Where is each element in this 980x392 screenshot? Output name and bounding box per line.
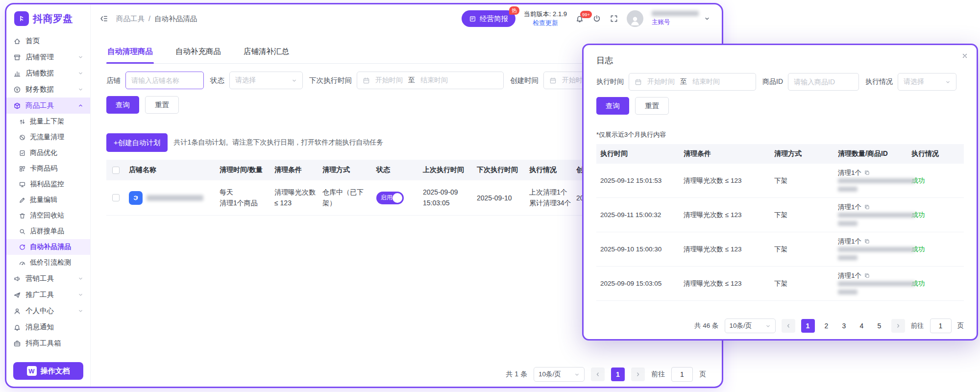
create-auto-plan-button[interactable]: +创建自动计划 bbox=[106, 133, 168, 152]
sidebar-subitem-batch-edit[interactable]: 批量编辑 bbox=[6, 192, 90, 208]
search-button[interactable]: 查询 bbox=[106, 96, 139, 114]
notification-count-badge: 99+ bbox=[580, 11, 592, 18]
sidebar-subitem-label: 批量上下架 bbox=[30, 117, 64, 126]
sidebar-subitem-empty-trash[interactable]: 清空回收站 bbox=[6, 208, 90, 223]
row-checkbox[interactable] bbox=[112, 194, 120, 201]
exec-result-select[interactable]: 请选择 bbox=[898, 73, 956, 91]
log-page-button-1[interactable]: 1 bbox=[801, 319, 815, 333]
sidebar-item-label: 店铺数据 bbox=[25, 69, 54, 78]
copy-icon[interactable] bbox=[864, 272, 870, 279]
tab-auto-clean-products[interactable]: 自动清理商品 bbox=[106, 42, 154, 63]
sidebar-item-label: 商品工具 bbox=[25, 101, 54, 110]
store-manage-icon bbox=[13, 53, 21, 61]
log-next-page-button[interactable] bbox=[891, 319, 905, 333]
sidebar-item-store-manage[interactable]: 店铺管理 bbox=[6, 49, 90, 65]
notifications-button[interactable]: 99+ bbox=[575, 14, 584, 23]
select-all-checkbox[interactable] bbox=[112, 167, 120, 174]
col-header-method: 清理方式 bbox=[318, 166, 372, 174]
copy-icon[interactable] bbox=[864, 238, 870, 245]
user-icon bbox=[629, 14, 641, 27]
exec-time-range[interactable]: 开始时间 至 结束时间 bbox=[629, 73, 756, 91]
avatar[interactable] bbox=[627, 10, 643, 27]
account-menu[interactable]: 主账号 bbox=[652, 11, 699, 26]
sidebar-subitem-auto-clean[interactable]: 自动补品清品 bbox=[6, 239, 90, 255]
copy-icon[interactable] bbox=[864, 170, 870, 176]
enable-toggle[interactable]: 启用 bbox=[376, 192, 404, 204]
log-page-size-value: 10条/页 bbox=[730, 321, 752, 330]
exec-result-line1: 上次清理1个 bbox=[529, 187, 570, 198]
version-label: 当前版本: 2.1.9 bbox=[524, 10, 567, 19]
sidebar-item-marketing-tools[interactable]: 营销工具 bbox=[6, 270, 90, 287]
breadcrumb-root[interactable]: 商品工具 bbox=[116, 14, 145, 24]
hot-badge: 热 bbox=[509, 6, 519, 15]
doc-icon: W bbox=[27, 366, 37, 376]
sidebar-item-home[interactable]: 首页 bbox=[6, 33, 90, 49]
chevron-right-icon bbox=[895, 323, 901, 329]
empty-trash-icon bbox=[19, 212, 26, 220]
collapse-sidebar-button[interactable] bbox=[99, 14, 108, 23]
notification-icon bbox=[13, 323, 21, 331]
log-reset-button[interactable]: 重置 bbox=[635, 97, 669, 115]
version-block: 当前版本: 2.1.9 检查更新 bbox=[524, 10, 567, 27]
sidebar-item-store-data[interactable]: 店铺数据 bbox=[6, 65, 90, 81]
sidebar-item-finance-data[interactable]: 财务数据 bbox=[6, 81, 90, 98]
next-exec-time-range[interactable]: 开始时间 至 结束时间 bbox=[357, 72, 504, 89]
user-center-icon bbox=[13, 307, 21, 315]
close-modal-button[interactable] bbox=[960, 51, 970, 61]
topbar-right: 经营简报 热 当前版本: 2.1.9 检查更新 99+ bbox=[462, 10, 710, 27]
log-page-button-3[interactable]: 3 bbox=[838, 319, 850, 333]
sidebar-item-product-tools[interactable]: 商品工具 bbox=[6, 98, 90, 114]
pagination: 共 1 条 10条/页 1 前往 页 bbox=[106, 367, 706, 382]
status-select[interactable]: 请选择 bbox=[229, 72, 303, 89]
sidebar-item-label: 消息通知 bbox=[25, 322, 54, 332]
chevron-down-icon[interactable] bbox=[704, 16, 710, 22]
operation-docs-button[interactable]: W 操作文档 bbox=[13, 362, 83, 380]
sidebar-subitem-label: 卡商品码 bbox=[30, 164, 57, 173]
exec-result-line2: 累计清理34个 bbox=[529, 198, 570, 209]
fullscreen-button[interactable] bbox=[610, 14, 618, 23]
sidebar-item-notifications[interactable]: 消息通知 bbox=[6, 319, 90, 335]
chevron-down-icon bbox=[78, 308, 83, 314]
reset-button[interactable]: 重置 bbox=[145, 96, 179, 114]
log-page-button-4[interactable]: 4 bbox=[856, 319, 868, 333]
copy-icon[interactable] bbox=[864, 204, 870, 210]
power-button[interactable] bbox=[592, 14, 601, 23]
product-id-input[interactable] bbox=[788, 73, 859, 91]
col-header-last-exec: 上次执行时间 bbox=[419, 166, 473, 174]
sidebar-subitem-welfare-monitor[interactable]: 福利品监控 bbox=[6, 176, 90, 192]
store-search-icon bbox=[19, 228, 26, 235]
sidebar-subitem-batch-updown[interactable]: 批量上下架 bbox=[6, 114, 90, 129]
sidebar-subitem-no-traffic-clean[interactable]: 无流量清理 bbox=[6, 129, 90, 145]
log-goto-page-input[interactable] bbox=[930, 318, 952, 333]
page-size-select[interactable]: 10条/页 bbox=[534, 367, 585, 382]
sidebar-item-user-center[interactable]: 个人中心 bbox=[6, 303, 90, 319]
log-page-size-select[interactable]: 10条/页 bbox=[725, 318, 776, 333]
prev-page-button[interactable] bbox=[591, 368, 605, 381]
log-page-button-2[interactable]: 2 bbox=[821, 319, 833, 333]
check-update-link[interactable]: 检查更新 bbox=[524, 19, 567, 27]
report-icon bbox=[469, 15, 476, 23]
batch-updown-icon bbox=[19, 118, 26, 125]
sidebar-subitem-product-code[interactable]: 卡商品码 bbox=[6, 161, 90, 176]
sidebar-item-promotion-tools[interactable]: 推广工具 bbox=[6, 287, 90, 303]
status-select-placeholder: 请选择 bbox=[235, 76, 256, 85]
sidebar-subitem-store-search[interactable]: 店群搜单品 bbox=[6, 223, 90, 239]
col-header-method: 清理方式 bbox=[770, 149, 834, 158]
shop-filter-label: 店铺 bbox=[106, 76, 121, 85]
sidebar-subitem-low-price-detect[interactable]: 低价引流检测 bbox=[6, 255, 90, 270]
goto-page-input[interactable] bbox=[671, 367, 693, 382]
log-prev-page-button[interactable] bbox=[782, 319, 795, 333]
sidebar-subitem-product-optimize[interactable]: 商品优化 bbox=[6, 145, 90, 161]
page-button-1[interactable]: 1 bbox=[611, 368, 625, 381]
sidebar-item-label: 个人中心 bbox=[25, 306, 54, 316]
sidebar-item-toolbox[interactable]: 抖商工具箱 bbox=[6, 335, 90, 351]
product-id-red acted bbox=[838, 178, 915, 183]
shop-name-input[interactable] bbox=[125, 72, 204, 89]
fullscreen-icon bbox=[610, 14, 618, 23]
log-page-button-5[interactable]: 5 bbox=[874, 319, 885, 333]
business-report-button[interactable]: 经营简报 热 bbox=[462, 10, 515, 27]
next-page-button[interactable] bbox=[631, 368, 645, 381]
tab-auto-restock-products[interactable]: 自动补充商品 bbox=[174, 42, 222, 63]
log-search-button[interactable]: 查询 bbox=[596, 97, 629, 115]
tab-store-clean-summary[interactable]: 店铺清补汇总 bbox=[243, 42, 290, 63]
